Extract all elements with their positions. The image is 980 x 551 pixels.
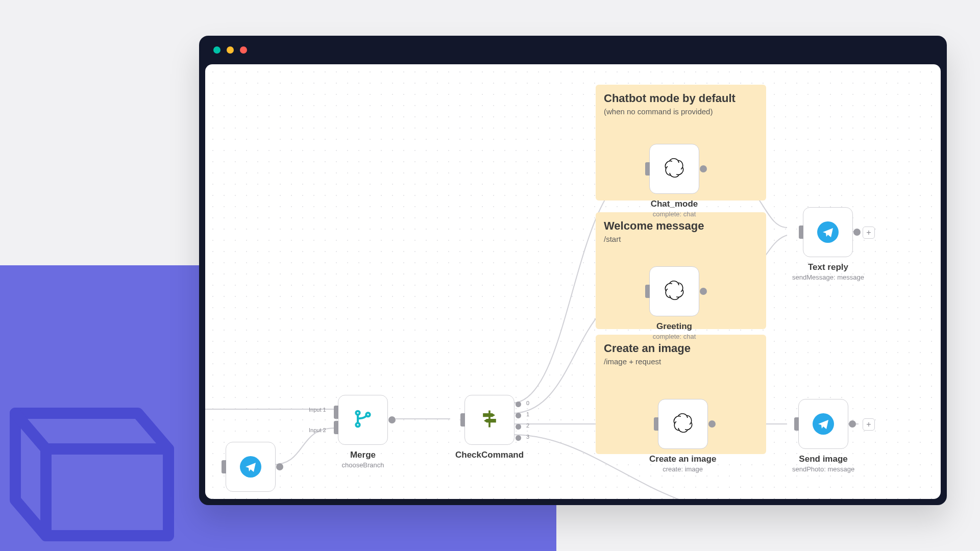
openai-icon [664, 280, 684, 303]
telegram-icon [813, 413, 834, 435]
traffic-light-minimize-icon[interactable] [227, 46, 234, 54]
node-check-command[interactable]: 0 1 2 3 CheckCommand [455, 395, 524, 460]
input-port-1[interactable] [334, 406, 338, 419]
decorative-cube-icon [0, 393, 189, 551]
group-subtitle: (when no command is provided) [604, 107, 758, 116]
output-port[interactable] [388, 416, 396, 423]
input-port[interactable] [222, 460, 226, 473]
group-title: Create an image [604, 342, 758, 355]
add-output-button[interactable]: + [863, 227, 875, 239]
output-port-0[interactable] [516, 402, 521, 407]
group-subtitle: /image + request [604, 357, 758, 366]
telegram-icon [240, 456, 261, 478]
node-text-reply[interactable]: Text reply sendMessage: message + [792, 207, 864, 281]
group-title: Chatbot mode by default [604, 92, 758, 105]
window-titlebar [199, 36, 947, 64]
node-title: Send image [799, 454, 847, 464]
node-title: Merge [350, 450, 376, 460]
output-port[interactable] [276, 463, 283, 470]
browser-window: Chatbot mode by default (when no command… [199, 36, 947, 505]
node-subtitle: create: image [663, 465, 703, 473]
traffic-light-close-icon[interactable] [213, 46, 220, 54]
group-subtitle: /start [604, 235, 758, 243]
port-label: Input 1 [309, 407, 326, 413]
workflow-canvas[interactable]: Chatbot mode by default (when no command… [205, 64, 941, 499]
node-chat-mode[interactable]: Chat_mode complete: chat [649, 144, 699, 218]
output-port-3[interactable] [516, 435, 521, 441]
port-label: 0 [526, 400, 529, 406]
port-label: 2 [526, 422, 529, 429]
node-title: Create an image [649, 454, 716, 464]
input-port[interactable] [794, 417, 799, 431]
input-port[interactable] [645, 285, 650, 298]
node-title: Text reply [808, 262, 848, 272]
node-send-image[interactable]: Send image sendPhoto: message + [792, 399, 854, 473]
output-port[interactable] [853, 229, 861, 236]
input-port[interactable] [460, 413, 465, 427]
signpost-icon [478, 408, 501, 432]
openai-icon [673, 413, 693, 435]
port-label: 1 [526, 411, 529, 417]
output-port-1[interactable] [516, 413, 521, 418]
output-port[interactable] [700, 288, 707, 295]
node-title: Chat_mode [651, 199, 698, 209]
traffic-light-zoom-icon[interactable] [240, 46, 247, 54]
output-port[interactable] [700, 165, 707, 172]
port-label: 3 [526, 434, 529, 440]
input-port[interactable] [799, 226, 803, 239]
node-telegram-trigger[interactable] [226, 442, 276, 492]
node-greeting[interactable]: Greeting complete: chat [649, 266, 699, 340]
input-port[interactable] [645, 162, 650, 176]
node-subtitle: complete: chat [653, 210, 696, 218]
output-port[interactable] [849, 420, 856, 428]
port-label: Input 2 [309, 427, 326, 433]
node-create-image[interactable]: Create an image create: image [649, 399, 716, 473]
openai-icon [664, 158, 684, 180]
group-title: Welcome message [604, 219, 758, 233]
node-subtitle: complete: chat [653, 333, 696, 340]
node-subtitle: sendMessage: message [792, 273, 864, 281]
node-title: Greeting [656, 321, 692, 332]
input-port[interactable] [654, 417, 658, 431]
output-port[interactable] [708, 420, 716, 428]
telegram-icon [817, 221, 839, 243]
add-output-button[interactable]: + [863, 418, 875, 431]
input-port-2[interactable] [334, 421, 338, 434]
node-title: CheckCommand [455, 450, 524, 460]
node-subtitle: sendPhoto: message [792, 465, 854, 473]
node-merge[interactable]: Input 1 Input 2 Merge chooseBranch [338, 395, 388, 469]
output-port-2[interactable] [516, 424, 521, 430]
git-branch-icon [353, 409, 373, 431]
node-subtitle: chooseBranch [341, 461, 384, 469]
